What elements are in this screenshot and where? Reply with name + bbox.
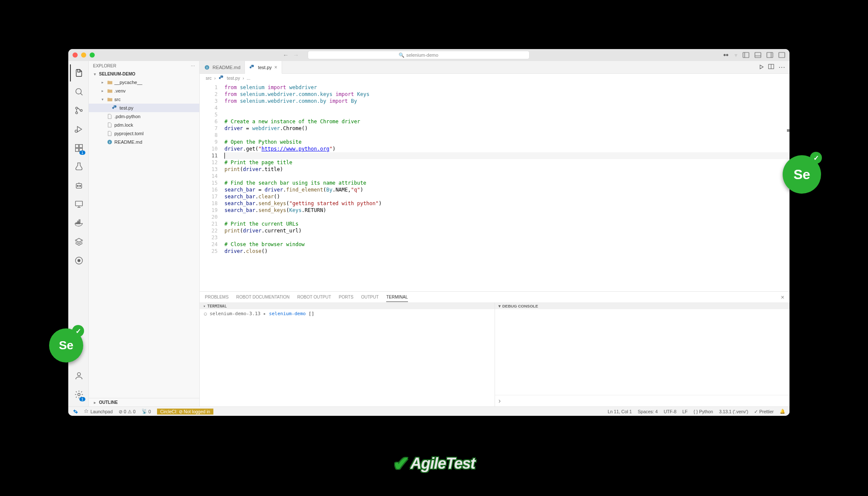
code-line[interactable]: print(driver.current_url) bbox=[224, 227, 789, 234]
code-line[interactable]: # Find the search bar using its name att… bbox=[224, 180, 789, 186]
code-line[interactable]: from selenium.webdriver.common.keys impo… bbox=[224, 91, 789, 98]
status-notifications-icon[interactable]: 🔔 bbox=[780, 409, 785, 414]
terminal-label: TERMINAL bbox=[207, 304, 227, 308]
code-line[interactable]: driver.get("https://www.python.org") bbox=[224, 145, 789, 152]
activity-testing[interactable] bbox=[70, 158, 87, 175]
code-line[interactable] bbox=[224, 111, 789, 118]
activity-settings[interactable]: 1 bbox=[70, 386, 87, 403]
status-bar: Launchpad ⊘0 ⚠0 📡0 CircleCI: ⊘ Not logge… bbox=[68, 406, 789, 416]
layout-customize-icon[interactable] bbox=[778, 52, 785, 58]
chevron-down-icon[interactable]: ▾ bbox=[203, 304, 206, 308]
editor-tab[interactable]: test.py× bbox=[245, 61, 282, 74]
split-editor-icon[interactable] bbox=[768, 64, 774, 71]
tree-folder[interactable]: ▸.venv bbox=[89, 87, 199, 95]
status-lang[interactable]: { } Python bbox=[693, 409, 713, 414]
status-prettier[interactable]: ✓ Prettier bbox=[754, 409, 774, 414]
code-line[interactable]: # Print the current URLs bbox=[224, 220, 789, 227]
panel-close-icon[interactable]: × bbox=[781, 294, 784, 301]
code-line[interactable]: # Print the page title bbox=[224, 159, 789, 166]
window-minimize-button[interactable] bbox=[81, 52, 86, 58]
status-interpreter[interactable]: 3.13.1 ('.venv') bbox=[719, 409, 748, 414]
activity-docker[interactable] bbox=[70, 215, 87, 232]
nav-forward-icon[interactable]: → bbox=[293, 52, 299, 58]
activity-circleci[interactable] bbox=[70, 252, 87, 269]
activity-remote-ex[interactable] bbox=[70, 196, 87, 213]
code-line[interactable] bbox=[224, 234, 789, 241]
run-icon[interactable] bbox=[759, 64, 764, 71]
activity-account[interactable] bbox=[70, 367, 87, 384]
status-ports[interactable]: 📡0 bbox=[142, 409, 151, 414]
code-line[interactable]: from selenium.webdriver.common.by import… bbox=[224, 98, 789, 104]
tab-close-icon[interactable]: × bbox=[274, 64, 277, 70]
activity-scm[interactable] bbox=[70, 102, 87, 119]
command-center-search[interactable]: 🔍 selenium-demo bbox=[308, 51, 530, 59]
explorer-sidebar: EXPLORER ⋯ ▾ SELENIUM-DEMO ▸__pycache__▸… bbox=[89, 61, 200, 406]
tree-file[interactable]: pdm.lock bbox=[89, 121, 199, 129]
panel-tab[interactable]: OUTPUT bbox=[361, 293, 379, 302]
tree-file[interactable]: .pdm-python bbox=[89, 112, 199, 121]
chevron-down-icon[interactable]: ▾ bbox=[498, 304, 501, 308]
code-line[interactable] bbox=[224, 152, 789, 159]
code-line[interactable]: search_bar.clear() bbox=[224, 193, 789, 200]
layout-bottom-icon[interactable] bbox=[754, 52, 761, 58]
code-editor[interactable]: 1234567891011121314151617181920212223242… bbox=[200, 82, 789, 291]
code-line[interactable]: search_bar = driver.find_element(By.NAME… bbox=[224, 186, 789, 193]
tree-file[interactable]: pyproject.toml bbox=[89, 129, 199, 138]
activity-explorer[interactable] bbox=[70, 64, 87, 81]
code-line[interactable]: # Close the browser window bbox=[224, 241, 789, 248]
activity-debug[interactable] bbox=[70, 121, 87, 138]
code-line[interactable] bbox=[224, 104, 789, 111]
activity-extensions[interactable]: 1 bbox=[70, 139, 87, 157]
activity-search[interactable] bbox=[70, 83, 87, 100]
code-line[interactable] bbox=[224, 214, 789, 220]
layout-right-icon[interactable] bbox=[766, 52, 773, 58]
status-cursor-pos[interactable]: Ln 11, Col 1 bbox=[608, 409, 632, 414]
debug-console-input[interactable]: › bbox=[495, 395, 789, 406]
code-line[interactable]: # Create a new instance of the Chrome dr… bbox=[224, 118, 789, 125]
project-root[interactable]: ▾ SELENIUM-DEMO bbox=[89, 71, 199, 77]
panel-tab[interactable]: ROBOT OUTPUT bbox=[297, 293, 331, 302]
status-encoding[interactable]: UTF-8 bbox=[664, 409, 676, 414]
status-circleci[interactable]: CircleCI: ⊘ Not logged in bbox=[157, 409, 214, 415]
svg-point-25 bbox=[78, 393, 80, 396]
tree-file[interactable]: iREADME.md bbox=[89, 138, 199, 146]
window-maximize-button[interactable] bbox=[90, 52, 95, 58]
panel-tab[interactable]: ROBOT DOCUMENTATION bbox=[236, 293, 290, 302]
chevron-right-icon: ▸ bbox=[92, 400, 97, 405]
tree-file[interactable]: test.py bbox=[89, 104, 199, 112]
panel-tab[interactable]: PORTS bbox=[339, 293, 353, 302]
svg-point-34 bbox=[220, 76, 221, 76]
panel-tab[interactable]: TERMINAL bbox=[386, 293, 408, 302]
nav-back-icon[interactable]: ← bbox=[283, 52, 289, 58]
code-line[interactable]: driver.close() bbox=[224, 248, 789, 255]
terminal-content[interactable]: ○ selenium-demo-3.13 ▸ selenium-demo [] bbox=[200, 309, 495, 318]
status-spaces[interactable]: Spaces: 4 bbox=[638, 409, 658, 414]
status-eol[interactable]: LF bbox=[682, 409, 687, 414]
tree-folder[interactable]: ▾src bbox=[89, 95, 199, 104]
code-line[interactable]: from selenium import webdriver bbox=[224, 84, 789, 91]
tree-folder[interactable]: ▸__pycache__ bbox=[89, 78, 199, 87]
status-launchpad[interactable]: Launchpad bbox=[84, 409, 113, 414]
copilot-icon[interactable] bbox=[722, 52, 729, 58]
panel-tab[interactable]: PROBLEMS bbox=[205, 293, 229, 302]
outline-section[interactable]: ▸ OUTLINE bbox=[89, 398, 199, 406]
code-line[interactable] bbox=[224, 173, 789, 180]
code-line[interactable]: search_bar.send_keys("getting started wi… bbox=[224, 200, 789, 207]
activity-robot[interactable] bbox=[70, 177, 87, 194]
editor-more-icon[interactable]: ⋯ bbox=[778, 63, 785, 71]
code-line[interactable]: driver = webdriver.Chrome() bbox=[224, 125, 789, 132]
layout-left-icon[interactable] bbox=[743, 52, 749, 58]
code-line[interactable]: # Open the Python website bbox=[224, 139, 789, 145]
remote-indicator[interactable] bbox=[73, 409, 79, 415]
code-line[interactable]: search_bar.send_keys(Keys.RETURN) bbox=[224, 207, 789, 214]
file-icon bbox=[107, 113, 113, 119]
status-problems[interactable]: ⊘0 ⚠0 bbox=[119, 409, 136, 414]
breadcrumb[interactable]: src › test.py › ... bbox=[200, 74, 789, 82]
editor-tab[interactable]: iREADME.md bbox=[200, 61, 245, 73]
code-line[interactable] bbox=[224, 132, 789, 139]
activity-containers[interactable] bbox=[70, 233, 87, 250]
window-close-button[interactable] bbox=[73, 52, 78, 58]
explorer-more-icon[interactable]: ⋯ bbox=[191, 64, 195, 68]
code-line[interactable]: print(driver.title) bbox=[224, 166, 789, 173]
chevron-right-icon: › bbox=[242, 75, 244, 81]
